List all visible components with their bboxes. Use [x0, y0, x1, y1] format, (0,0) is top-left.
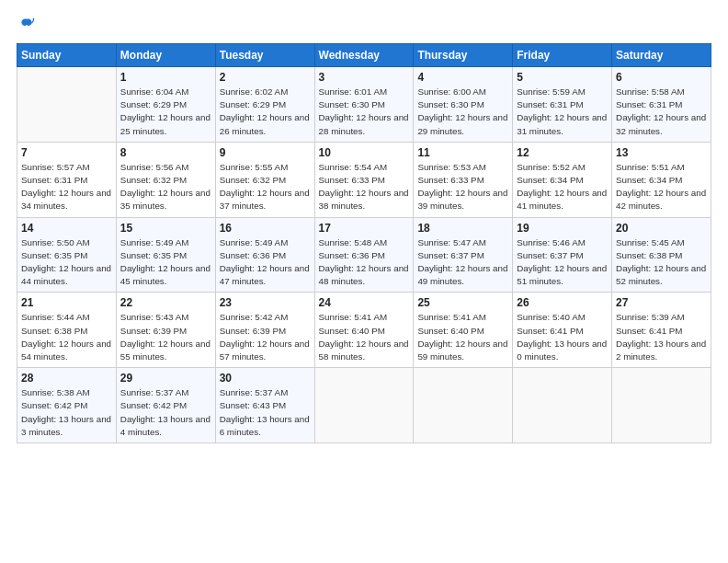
day-info: Sunrise: 5:58 AMSunset: 6:31 PMDaylight:… [616, 86, 707, 138]
day-number: 4 [417, 71, 508, 84]
day-info: Sunrise: 5:39 AMSunset: 6:41 PMDaylight:… [616, 311, 707, 363]
calendar-cell: 17Sunrise: 5:48 AMSunset: 6:36 PMDayligh… [314, 217, 414, 293]
calendar-cell [513, 368, 612, 443]
day-number: 2 [220, 71, 311, 84]
day-info: Sunrise: 5:44 AMSunset: 6:38 PMDaylight:… [21, 311, 112, 363]
day-info: Sunrise: 5:47 AMSunset: 6:37 PMDaylight:… [417, 236, 508, 289]
calendar-cell: 6Sunrise: 5:58 AMSunset: 6:31 PMDaylight… [612, 67, 711, 143]
calendar-cell: 22Sunrise: 5:43 AMSunset: 6:39 PMDayligh… [116, 293, 215, 368]
logo-text [17, 15, 35, 34]
calendar-header-thursday: Thursday [414, 44, 513, 67]
calendar-cell: 29Sunrise: 5:37 AMSunset: 6:42 PMDayligh… [116, 368, 215, 443]
day-info: Sunrise: 5:37 AMSunset: 6:43 PMDaylight:… [220, 386, 311, 439]
page: SundayMondayTuesdayWednesdayThursdayFrid… [0, 0, 728, 563]
day-info: Sunrise: 5:51 AMSunset: 6:34 PMDaylight:… [616, 161, 707, 213]
day-number: 14 [21, 222, 112, 235]
day-number: 25 [417, 296, 508, 309]
calendar-header-tuesday: Tuesday [215, 44, 314, 67]
calendar-cell: 15Sunrise: 5:49 AMSunset: 6:35 PMDayligh… [116, 217, 215, 293]
calendar-cell: 7Sunrise: 5:57 AMSunset: 6:31 PMDaylight… [17, 142, 117, 217]
day-info: Sunrise: 6:04 AMSunset: 6:29 PMDaylight:… [120, 86, 211, 138]
calendar-cell [612, 368, 711, 443]
day-info: Sunrise: 5:42 AMSunset: 6:39 PMDaylight:… [220, 311, 311, 363]
day-number: 9 [220, 146, 311, 159]
calendar-cell: 30Sunrise: 5:37 AMSunset: 6:43 PMDayligh… [215, 368, 314, 443]
calendar-cell: 10Sunrise: 5:54 AMSunset: 6:33 PMDayligh… [314, 142, 414, 217]
day-number: 7 [21, 146, 112, 159]
calendar-header-monday: Monday [116, 44, 215, 67]
day-info: Sunrise: 5:37 AMSunset: 6:42 PMDaylight:… [120, 386, 211, 439]
calendar-cell: 9Sunrise: 5:55 AMSunset: 6:32 PMDaylight… [215, 142, 314, 217]
calendar-cell: 24Sunrise: 5:41 AMSunset: 6:40 PMDayligh… [314, 293, 414, 368]
day-info: Sunrise: 6:00 AMSunset: 6:30 PMDaylight:… [417, 86, 508, 138]
day-info: Sunrise: 5:49 AMSunset: 6:36 PMDaylight:… [220, 236, 311, 289]
calendar-week-row: 7Sunrise: 5:57 AMSunset: 6:31 PMDaylight… [17, 142, 711, 217]
day-info: Sunrise: 5:55 AMSunset: 6:32 PMDaylight:… [220, 161, 311, 213]
day-number: 27 [616, 296, 707, 309]
calendar-cell: 23Sunrise: 5:42 AMSunset: 6:39 PMDayligh… [215, 293, 314, 368]
day-info: Sunrise: 5:50 AMSunset: 6:35 PMDaylight:… [21, 236, 112, 289]
day-info: Sunrise: 5:45 AMSunset: 6:38 PMDaylight:… [616, 236, 707, 289]
day-number: 5 [517, 71, 608, 84]
header [17, 15, 711, 34]
day-info: Sunrise: 5:38 AMSunset: 6:42 PMDaylight:… [21, 386, 112, 439]
day-info: Sunrise: 5:41 AMSunset: 6:40 PMDaylight:… [319, 311, 410, 363]
day-info: Sunrise: 6:01 AMSunset: 6:30 PMDaylight:… [319, 86, 410, 138]
calendar-cell: 20Sunrise: 5:45 AMSunset: 6:38 PMDayligh… [612, 217, 711, 293]
day-number: 8 [120, 146, 211, 159]
calendar-cell: 27Sunrise: 5:39 AMSunset: 6:41 PMDayligh… [612, 293, 711, 368]
calendar-header-friday: Friday [513, 44, 612, 67]
day-number: 17 [319, 222, 410, 235]
day-info: Sunrise: 5:48 AMSunset: 6:36 PMDaylight:… [319, 236, 410, 289]
day-number: 13 [616, 146, 707, 159]
day-info: Sunrise: 5:41 AMSunset: 6:40 PMDaylight:… [417, 311, 508, 363]
logo-bird-icon [18, 17, 35, 33]
day-number: 29 [120, 372, 211, 385]
calendar-cell: 26Sunrise: 5:40 AMSunset: 6:41 PMDayligh… [513, 293, 612, 368]
day-number: 11 [417, 146, 508, 159]
day-number: 26 [517, 296, 608, 309]
day-number: 6 [616, 71, 707, 84]
day-number: 15 [120, 222, 211, 235]
day-info: Sunrise: 5:53 AMSunset: 6:33 PMDaylight:… [417, 161, 508, 213]
calendar-cell: 13Sunrise: 5:51 AMSunset: 6:34 PMDayligh… [612, 142, 711, 217]
calendar-cell: 21Sunrise: 5:44 AMSunset: 6:38 PMDayligh… [17, 293, 117, 368]
calendar-cell: 18Sunrise: 5:47 AMSunset: 6:37 PMDayligh… [414, 217, 513, 293]
day-info: Sunrise: 5:52 AMSunset: 6:34 PMDaylight:… [517, 161, 608, 213]
calendar-cell [314, 368, 414, 443]
day-number: 20 [616, 222, 707, 235]
logo [17, 15, 35, 34]
calendar-week-row: 21Sunrise: 5:44 AMSunset: 6:38 PMDayligh… [17, 293, 711, 368]
calendar-cell: 19Sunrise: 5:46 AMSunset: 6:37 PMDayligh… [513, 217, 612, 293]
calendar-cell: 16Sunrise: 5:49 AMSunset: 6:36 PMDayligh… [215, 217, 314, 293]
calendar-header-wednesday: Wednesday [314, 44, 414, 67]
day-number: 19 [517, 222, 608, 235]
calendar-cell: 25Sunrise: 5:41 AMSunset: 6:40 PMDayligh… [414, 293, 513, 368]
day-info: Sunrise: 5:43 AMSunset: 6:39 PMDaylight:… [120, 311, 211, 363]
calendar-table: SundayMondayTuesdayWednesdayThursdayFrid… [17, 43, 711, 443]
calendar-cell: 8Sunrise: 5:56 AMSunset: 6:32 PMDaylight… [116, 142, 215, 217]
calendar-cell: 12Sunrise: 5:52 AMSunset: 6:34 PMDayligh… [513, 142, 612, 217]
calendar-cell [414, 368, 513, 443]
day-info: Sunrise: 5:49 AMSunset: 6:35 PMDaylight:… [120, 236, 211, 289]
calendar-cell: 2Sunrise: 6:02 AMSunset: 6:29 PMDaylight… [215, 67, 314, 143]
calendar-header-saturday: Saturday [612, 44, 711, 67]
day-number: 1 [120, 71, 211, 84]
calendar-header-sunday: Sunday [17, 44, 117, 67]
day-number: 23 [220, 296, 311, 309]
day-number: 28 [21, 372, 112, 385]
calendar-week-row: 28Sunrise: 5:38 AMSunset: 6:42 PMDayligh… [17, 368, 711, 443]
calendar-cell: 1Sunrise: 6:04 AMSunset: 6:29 PMDaylight… [116, 67, 215, 143]
calendar-cell: 11Sunrise: 5:53 AMSunset: 6:33 PMDayligh… [414, 142, 513, 217]
calendar-cell: 28Sunrise: 5:38 AMSunset: 6:42 PMDayligh… [17, 368, 117, 443]
day-number: 16 [220, 222, 311, 235]
calendar-week-row: 14Sunrise: 5:50 AMSunset: 6:35 PMDayligh… [17, 217, 711, 293]
calendar-cell: 14Sunrise: 5:50 AMSunset: 6:35 PMDayligh… [17, 217, 117, 293]
day-number: 21 [21, 296, 112, 309]
day-info: Sunrise: 5:54 AMSunset: 6:33 PMDaylight:… [319, 161, 410, 213]
day-info: Sunrise: 6:02 AMSunset: 6:29 PMDaylight:… [220, 86, 311, 138]
day-number: 24 [319, 296, 410, 309]
day-info: Sunrise: 5:40 AMSunset: 6:41 PMDaylight:… [517, 311, 608, 363]
day-number: 18 [417, 222, 508, 235]
day-info: Sunrise: 5:59 AMSunset: 6:31 PMDaylight:… [517, 86, 608, 138]
